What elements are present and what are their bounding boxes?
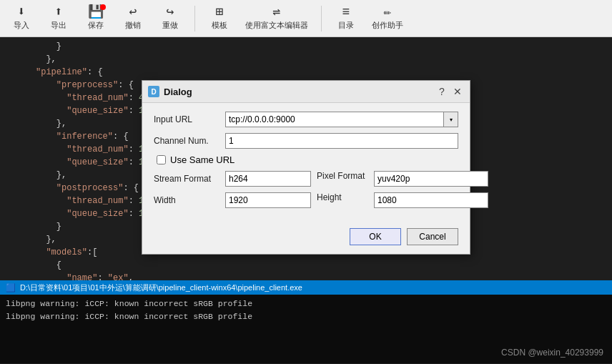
toolbar-btn-redo[interactable]: ↪ 重做	[154, 3, 186, 34]
toolbar-btn-module[interactable]: ⊞ 模板	[204, 3, 235, 34]
export-label: 导出	[51, 20, 66, 31]
toolbar-btn-save[interactable]: 💾 保存	[80, 3, 112, 34]
dialog-overlay: D Dialog ? ✕ Input URL ▾ Channel Num.	[0, 37, 612, 364]
toolbar-btn-undo[interactable]: ↩ 撤销	[117, 3, 149, 34]
dialog-title-area: D Dialog	[148, 86, 192, 97]
cancel-button[interactable]: Cancel	[407, 228, 458, 245]
toolbar-btn-import[interactable]: ⬇ 导入	[6, 3, 37, 34]
toolbar-btn-toc[interactable]: ≡ 目录	[330, 3, 362, 34]
dimension-row: Width Height	[154, 192, 458, 208]
ok-button[interactable]: OK	[350, 228, 401, 245]
use-same-url-checkbox[interactable]	[157, 155, 166, 164]
module-label: 模板	[212, 20, 227, 31]
toc-icon: ≡	[342, 6, 350, 19]
channel-num-label: Channel Num.	[154, 136, 225, 146]
use-same-url-row: Use Same URL	[154, 154, 458, 165]
channel-num-row: Channel Num.	[154, 133, 458, 149]
input-url-dropdown[interactable]: ▾	[444, 112, 458, 127]
toolbar-btn-richtext[interactable]: ⇌ 使用富文本编辑器	[241, 3, 312, 34]
import-icon: ⬇	[18, 6, 26, 19]
richtext-icon: ⇌	[273, 6, 281, 19]
use-same-url-label: Use Same URL	[170, 154, 235, 165]
height-label: Height	[317, 192, 374, 202]
create-icon: ✏	[384, 6, 392, 19]
module-icon: ⊞	[216, 6, 224, 19]
stream-format-input[interactable]	[225, 171, 311, 187]
import-label: 导入	[14, 20, 29, 31]
richtext-label: 使用富文本编辑器	[245, 20, 308, 31]
dialog-controls: ? ✕	[435, 85, 464, 98]
separator-2	[321, 6, 322, 31]
height-input[interactable]	[374, 192, 488, 208]
input-url-row: Input URL ▾	[154, 112, 458, 127]
undo-icon: ↩	[129, 6, 137, 19]
redo-label: 重做	[162, 20, 178, 31]
toolbar-btn-export[interactable]: ⬆ 导出	[43, 3, 74, 34]
width-input[interactable]	[225, 192, 311, 208]
separator-1	[194, 6, 195, 31]
export-icon: ⬆	[55, 6, 63, 19]
stream-format-label: Stream Format	[154, 174, 225, 184]
input-url-label: Input URL	[154, 114, 225, 124]
save-label: 保存	[88, 20, 104, 31]
dialog-footer: OK Cancel	[142, 222, 470, 254]
channel-num-input[interactable]	[225, 133, 458, 149]
dialog-title-icon: D	[148, 86, 159, 97]
input-url-field-wrapper: ▾	[225, 112, 458, 127]
dialog-help-button[interactable]: ?	[435, 85, 448, 98]
undo-label: 撤销	[125, 20, 141, 31]
dialog-titlebar: D Dialog ? ✕	[142, 81, 470, 103]
toc-label: 目录	[338, 20, 354, 31]
pixel-format-input[interactable]	[374, 171, 488, 187]
format-row: Stream Format Pixel Format	[154, 171, 458, 187]
dialog-body: Input URL ▾ Channel Num. Use Same URL St…	[142, 103, 470, 222]
toolbar-btn-create[interactable]: ✏ 创作助手	[367, 3, 408, 34]
pixel-format-label: Pixel Format	[317, 171, 374, 181]
create-label: 创作助手	[372, 20, 403, 31]
save-badge	[100, 4, 106, 10]
dialog-close-button[interactable]: ✕	[451, 85, 464, 98]
input-url-input[interactable]	[225, 112, 444, 127]
dialog: D Dialog ? ✕ Input URL ▾ Channel Num.	[142, 80, 470, 255]
dialog-title: Dialog	[164, 87, 192, 97]
redo-icon: ↪	[167, 6, 174, 19]
toolbar: ⬇ 导入 ⬆ 导出 💾 保存 ↩ 撤销 ↪ 重做 ⊞ 模板 ⇌ 使用富文本编辑器…	[0, 0, 612, 37]
width-label: Width	[154, 195, 225, 205]
